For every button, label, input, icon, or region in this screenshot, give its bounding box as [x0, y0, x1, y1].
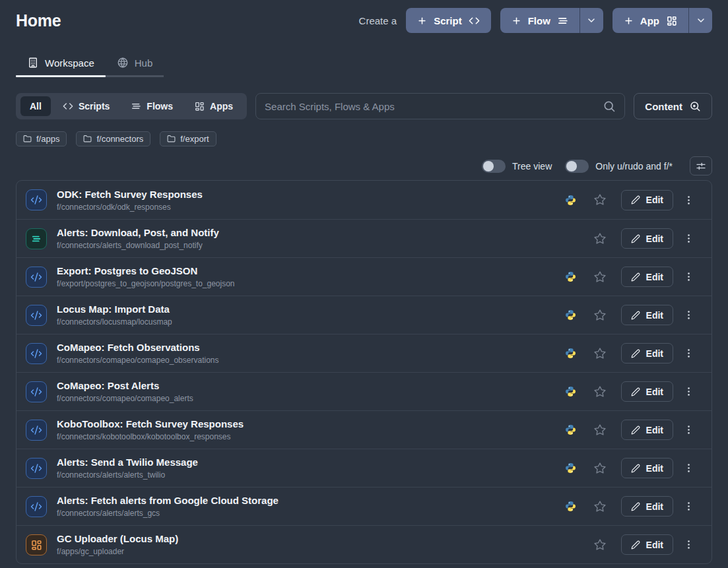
edit-button-label: Edit: [646, 540, 663, 550]
more-menu-button[interactable]: [682, 346, 696, 360]
more-menu-button[interactable]: [682, 461, 696, 475]
favorite-star-button[interactable]: [593, 462, 607, 475]
list-item[interactable]: Alerts: Download, Post, and Notify f/con…: [17, 219, 711, 257]
favorite-star-button[interactable]: [593, 385, 607, 398]
kebab-icon: [683, 233, 694, 244]
list-item[interactable]: GC Uploader (Locus Map) f/apps/gc_upload…: [17, 525, 711, 563]
item-text: Alerts: Fetch alerts from Google Cloud S…: [57, 495, 565, 518]
kind-filter-all[interactable]: All: [20, 96, 51, 116]
item-text: Alerts: Send a Twilio Message f/connecto…: [57, 457, 565, 480]
sliders-icon: [696, 161, 706, 172]
create-script-button[interactable]: Script: [406, 8, 491, 33]
item-actions: Edit: [565, 381, 696, 402]
tab-hub[interactable]: Hub: [106, 53, 164, 75]
item-type-icon: [26, 343, 47, 364]
item-actions: Edit: [565, 496, 696, 517]
more-menu-button[interactable]: [682, 499, 696, 513]
create-flow-dropdown-button[interactable]: [579, 8, 603, 33]
favorite-star-button[interactable]: [593, 270, 607, 284]
folder-chip-label: f/apps: [36, 134, 59, 144]
chevron-down-icon: [586, 15, 597, 26]
item-path: f/connectors/alerts_download_post_notify: [57, 241, 565, 250]
plus-icon: [417, 16, 427, 26]
item-title: ODK: Fetch Survey Responses: [57, 189, 565, 201]
search-box: [255, 93, 625, 119]
favorite-star-button[interactable]: [593, 424, 607, 437]
item-path: f/apps/gc_uploader: [57, 547, 565, 556]
item-title: KoboToolbox: Fetch Survey Responses: [57, 418, 565, 430]
tree-view-toggle[interactable]: [482, 160, 506, 173]
script-code-icon: [30, 271, 42, 283]
item-title: Export: Postgres to GeoJSON: [57, 265, 565, 277]
list-item[interactable]: Alerts: Send a Twilio Message f/connecto…: [17, 449, 711, 487]
edit-button[interactable]: Edit: [621, 228, 673, 249]
edit-button[interactable]: Edit: [621, 420, 673, 440]
star-icon: [593, 193, 607, 206]
favorite-star-button[interactable]: [593, 500, 607, 513]
favorite-star-button[interactable]: [593, 232, 607, 245]
edit-button-label: Edit: [646, 234, 663, 244]
folder-chip-connectors[interactable]: f/connectors: [76, 131, 150, 146]
list-item[interactable]: Alerts: Fetch alerts from Google Cloud S…: [17, 487, 711, 525]
item-text: ODK: Fetch Survey Responses f/connectors…: [57, 189, 565, 212]
create-flow-button[interactable]: Flow: [500, 8, 579, 33]
edit-button[interactable]: Edit: [621, 496, 673, 517]
search-input[interactable]: [265, 101, 603, 112]
create-flow-group: Flow: [500, 8, 603, 33]
owner-filter-toggle[interactable]: [565, 160, 589, 173]
edit-button[interactable]: Edit: [621, 267, 673, 287]
kind-label: Scripts: [79, 101, 110, 111]
tree-view-label: Tree view: [512, 161, 552, 172]
item-actions: Edit: [565, 534, 696, 555]
favorite-star-button[interactable]: [593, 193, 607, 206]
list-item[interactable]: Export: Postgres to GeoJSON f/export/pos…: [17, 257, 711, 296]
tab-workspace[interactable]: Workspace: [16, 53, 106, 75]
create-app-dropdown-button[interactable]: [688, 8, 712, 33]
apps-icon: [666, 15, 677, 26]
star-icon: [593, 309, 607, 322]
folder-chip-export[interactable]: f/export: [160, 131, 216, 146]
python-icon: [565, 271, 576, 282]
more-menu-button[interactable]: [682, 308, 696, 322]
more-menu-button[interactable]: [682, 385, 696, 398]
edit-button[interactable]: Edit: [621, 381, 673, 402]
create-app-button[interactable]: App: [612, 8, 688, 33]
pencil-icon: [631, 387, 640, 396]
more-menu-button[interactable]: [682, 270, 696, 284]
content-search-icon: [689, 100, 701, 112]
item-type-icon: [26, 458, 47, 479]
item-actions: Edit: [565, 458, 696, 478]
item-type-icon: [26, 189, 47, 210]
folder-chip-apps[interactable]: f/apps: [16, 131, 67, 146]
more-menu-button[interactable]: [682, 193, 696, 207]
list-item[interactable]: CoMapeo: Fetch Observations f/connectors…: [17, 334, 711, 372]
list-item[interactable]: KoboToolbox: Fetch Survey Responses f/co…: [17, 410, 711, 449]
more-menu-button[interactable]: [682, 538, 696, 552]
star-icon: [593, 500, 607, 513]
kind-filter-flows[interactable]: Flows: [121, 96, 182, 116]
python-icon: [565, 462, 576, 474]
content-search-button[interactable]: Content: [634, 93, 712, 119]
edit-button[interactable]: Edit: [621, 458, 673, 478]
more-menu-button[interactable]: [682, 232, 696, 245]
display-settings-button[interactable]: [690, 156, 712, 175]
edit-button[interactable]: Edit: [621, 305, 673, 325]
more-menu-button[interactable]: [682, 423, 696, 437]
item-actions: Edit: [565, 267, 696, 287]
edit-button[interactable]: Edit: [621, 534, 673, 555]
item-title: Alerts: Send a Twilio Message: [57, 457, 565, 468]
list-item[interactable]: CoMapeo: Post Alerts f/connectors/comape…: [17, 372, 711, 410]
item-actions: Edit: [565, 305, 696, 325]
favorite-star-button[interactable]: [593, 538, 607, 552]
kind-filter-apps[interactable]: Apps: [185, 96, 242, 116]
item-path: f/connectors/locusmap/locusmap: [57, 317, 565, 327]
edit-button[interactable]: Edit: [621, 343, 673, 363]
edit-button[interactable]: Edit: [621, 190, 673, 210]
list-item[interactable]: ODK: Fetch Survey Responses f/connectors…: [17, 181, 711, 219]
folder-chips: f/apps f/connectors f/export: [16, 131, 712, 146]
favorite-star-button[interactable]: [593, 309, 607, 322]
list-item[interactable]: Locus Map: Import Data f/connectors/locu…: [17, 296, 711, 334]
favorite-star-button[interactable]: [593, 347, 607, 360]
pencil-icon: [631, 540, 640, 550]
kind-filter-scripts[interactable]: Scripts: [53, 96, 119, 116]
